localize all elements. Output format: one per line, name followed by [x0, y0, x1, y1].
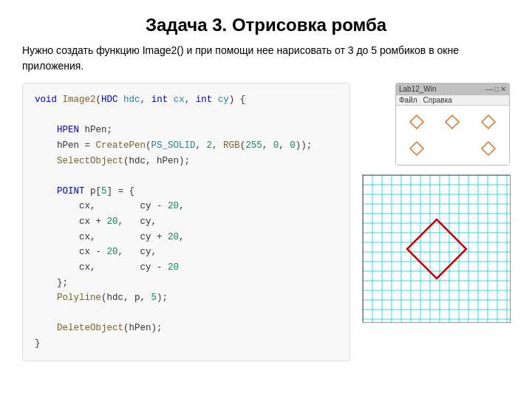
svg-marker-1: [446, 115, 459, 129]
code-panel: void Image2(HDC hdc, int cx, int cy) { H…: [22, 83, 350, 361]
window-body: [396, 106, 509, 165]
diamond-2: [444, 114, 460, 130]
right-column: Lab12_Win — □ ✕ Файл Справка: [362, 83, 510, 322]
window-mockup: Lab12_Win — □ ✕ Файл Справка: [395, 83, 510, 166]
grid-canvas: [363, 175, 511, 323]
svg-marker-4: [482, 142, 495, 155]
main-content: void Image2(HDC hdc, int cx, int cy) { H…: [22, 83, 510, 361]
description: Нужно создать функцию Image2() и при пом…: [22, 43, 510, 74]
menu-help[interactable]: Справка: [423, 96, 452, 104]
window-controls: — □ ✕: [485, 85, 506, 93]
maximize-btn[interactable]: □: [494, 85, 499, 93]
window-title: Lab12_Win: [399, 85, 437, 93]
menu-file[interactable]: Файл: [399, 96, 417, 104]
page-title: Задача 3. Отрисовка ромба: [22, 15, 510, 35]
minimize-btn[interactable]: —: [485, 85, 493, 93]
diamond-3: [480, 114, 497, 130]
diamond-1: [409, 114, 425, 130]
window-menubar: Файл Справка: [396, 95, 509, 106]
svg-marker-0: [410, 115, 423, 129]
grid-canvas-wrapper: [362, 174, 510, 322]
diamond-4: [409, 140, 425, 157]
window-titlebar: Lab12_Win — □ ✕: [396, 83, 509, 95]
close-btn[interactable]: ✕: [500, 85, 506, 93]
svg-marker-2: [482, 115, 495, 129]
diamond-5: [480, 140, 497, 157]
svg-marker-3: [410, 142, 423, 155]
